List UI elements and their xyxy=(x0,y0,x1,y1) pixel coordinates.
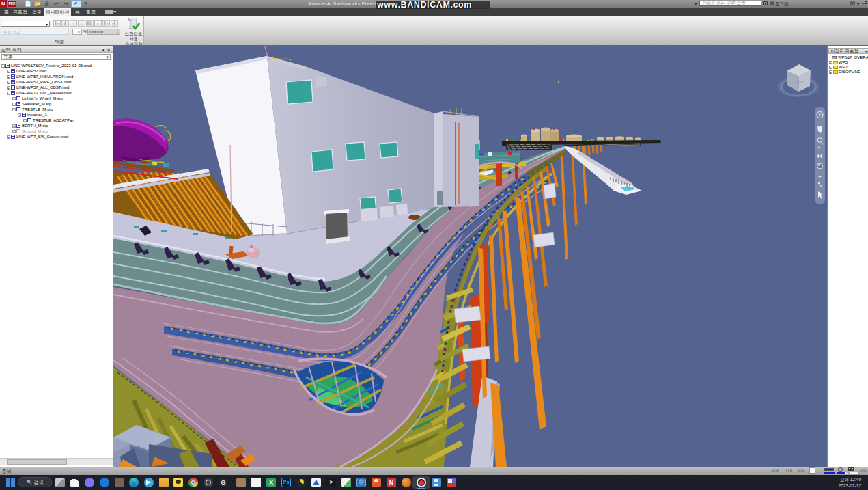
svg-text:NAVIS: NAVIS xyxy=(796,81,804,85)
